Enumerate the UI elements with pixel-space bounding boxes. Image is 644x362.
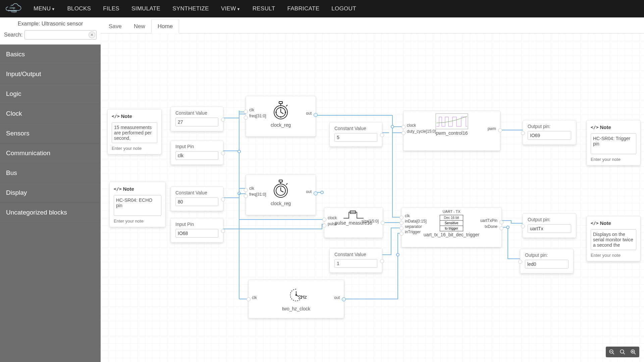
- design-canvas[interactable]: </>Note Enter your note Constant Value I…: [101, 34, 644, 362]
- port-pwm[interactable]: [498, 128, 502, 132]
- top-navbar: Chip Inventor MENU▼ BLOCKS FILES SIMULAT…: [0, 0, 644, 17]
- port-clk[interactable]: [399, 216, 404, 220]
- constant-block-27[interactable]: Constant Value: [170, 107, 223, 131]
- nav-menu-logout[interactable]: LOGOUT: [326, 3, 362, 15]
- port-uarttx[interactable]: [499, 220, 503, 224]
- port-clk[interactable]: [247, 297, 251, 301]
- pulse-measure-block[interactable]: pulse_measure16 clock pulse size[15:0]: [324, 207, 383, 238]
- zoom-out-button[interactable]: [608, 348, 616, 356]
- note-textarea-2[interactable]: [114, 195, 161, 216]
- nav-menu-blocks[interactable]: BLOCKS: [62, 3, 96, 15]
- port-freq[interactable]: [244, 194, 248, 198]
- output-pin-io69[interactable]: Output pin:: [523, 120, 576, 145]
- output-pin-led0[interactable]: Output pin:: [520, 249, 574, 274]
- sidebar-cat-logic[interactable]: Logic: [0, 84, 101, 104]
- sidebar-cat-sensors[interactable]: Sensors: [0, 124, 101, 143]
- port-out[interactable]: [314, 191, 318, 195]
- port-size[interactable]: [381, 221, 385, 225]
- svg-point-18: [280, 117, 281, 117]
- port-out[interactable]: [314, 113, 318, 117]
- note-textarea-4[interactable]: [591, 229, 636, 250]
- zoom-controls: [606, 347, 639, 357]
- note-block-1[interactable]: </>Note Enter your note: [107, 109, 162, 155]
- output-pin-field-led0[interactable]: [525, 260, 569, 268]
- port-in[interactable]: [518, 260, 522, 264]
- zoom-in-button[interactable]: [629, 348, 637, 356]
- pwm-control-block[interactable]: pwm_control16 clock duty_cycle[15:0] pwm: [403, 111, 500, 151]
- input-pin-field-io68[interactable]: [175, 229, 218, 238]
- nav-menu-menu[interactable]: MENU▼: [28, 3, 60, 15]
- note-textarea-1[interactable]: [112, 122, 157, 143]
- port-label: clock: [407, 123, 416, 128]
- code-icon: </>: [114, 186, 121, 191]
- port-clk[interactable]: [244, 110, 248, 114]
- clock-2hz-icon: 2Hz: [249, 280, 344, 306]
- constant-block-80[interactable]: Constant Value: [170, 186, 223, 211]
- port-out[interactable]: [380, 133, 384, 137]
- output-pin-uarttx[interactable]: Output pin:: [523, 213, 576, 238]
- port-freq[interactable]: [244, 116, 248, 120]
- constant-input-5[interactable]: [334, 133, 377, 142]
- sidebar-cat-uncategorized[interactable]: Uncategorized blocks: [0, 203, 101, 223]
- sidebar-cat-bus[interactable]: Bus: [0, 163, 101, 183]
- sidebar-cat-clock[interactable]: Clock: [0, 104, 101, 124]
- input-pin-clk[interactable]: Input Pin: [170, 140, 223, 165]
- sidebar-cat-communication[interactable]: Communication: [0, 143, 101, 163]
- note-textarea-3[interactable]: [591, 133, 636, 154]
- port-clock[interactable]: [401, 125, 406, 129]
- clock-reg-block-1[interactable]: clock_reg clk freq[31:0] out: [246, 96, 316, 137]
- port-out[interactable]: [221, 229, 225, 233]
- nav-menu-view[interactable]: VIEW▼: [216, 3, 246, 15]
- sidebar-cat-display[interactable]: Display: [0, 183, 101, 203]
- port-out[interactable]: [380, 259, 384, 263]
- nav-menu-simulate[interactable]: SIMULATE: [126, 3, 166, 15]
- tab-save[interactable]: Save: [103, 19, 128, 33]
- port-txdone[interactable]: [499, 226, 503, 230]
- constant-block-1[interactable]: Constant Value: [329, 248, 382, 273]
- nav-menu-result[interactable]: RESULT: [247, 3, 281, 15]
- note-block-2[interactable]: </>Note Enter your note: [109, 182, 166, 227]
- note-block-4[interactable]: </>Note Enter your note: [586, 216, 641, 261]
- clear-search-icon[interactable]: ✕: [89, 32, 95, 38]
- tab-home[interactable]: Home: [151, 19, 179, 34]
- output-pin-field-uarttx[interactable]: [528, 224, 571, 233]
- nav-menu-files[interactable]: FILES: [98, 3, 125, 15]
- constant-input-1[interactable]: [334, 259, 377, 268]
- port-clk[interactable]: [244, 188, 248, 192]
- note-block-3[interactable]: </>Note Enter your note: [586, 120, 641, 166]
- two-hz-clock-block[interactable]: 2Hz two_hz_clock clk out: [248, 280, 344, 318]
- output-pin-field-io69[interactable]: [528, 131, 571, 140]
- port-label: freq[31:0]: [249, 192, 266, 197]
- search-input[interactable]: [24, 30, 97, 40]
- nav-menu-fabricate[interactable]: FABRICATE: [282, 3, 325, 15]
- field-caption: Constant Value: [334, 126, 377, 131]
- constant-block-5[interactable]: Constant Value: [329, 122, 382, 147]
- constant-input-27[interactable]: [175, 118, 218, 126]
- input-pin-io68[interactable]: Input Pin: [170, 218, 223, 243]
- clock-reg-block-2[interactable]: clock_reg clk freq[31:0] out: [246, 174, 316, 215]
- port-duty[interactable]: [401, 131, 406, 135]
- port-separator[interactable]: [399, 226, 404, 230]
- tab-new[interactable]: New: [128, 19, 151, 33]
- sidebar-cat-io[interactable]: Input/Output: [0, 64, 101, 84]
- port-out[interactable]: [221, 151, 225, 155]
- port-out[interactable]: [221, 118, 225, 122]
- port-in[interactable]: [521, 131, 525, 135]
- block-name: clock_reg: [246, 201, 316, 209]
- port-indata[interactable]: [399, 221, 404, 225]
- svg-point-16: [285, 112, 286, 113]
- sidebar-cat-basics[interactable]: Basics: [0, 45, 101, 64]
- example-title: Example: Ultrasonic sensor: [4, 21, 97, 27]
- port-in[interactable]: [521, 224, 525, 228]
- input-pin-field-clk[interactable]: [175, 151, 218, 160]
- port-pulse[interactable]: [322, 224, 326, 228]
- uart-tx-block[interactable]: UART - TX Dec 16 bit Sensitive to trigge…: [401, 207, 502, 247]
- port-label: duty_cycle[15:0]: [407, 129, 436, 134]
- zoom-reset-button[interactable]: [619, 348, 627, 356]
- port-out[interactable]: [342, 297, 346, 301]
- constant-input-80[interactable]: [175, 197, 218, 206]
- nav-menu-synthetize[interactable]: SYNTHETIZE: [167, 3, 214, 15]
- port-out[interactable]: [221, 197, 225, 201]
- port-clock[interactable]: [322, 218, 326, 222]
- port-intrigger[interactable]: [399, 232, 404, 236]
